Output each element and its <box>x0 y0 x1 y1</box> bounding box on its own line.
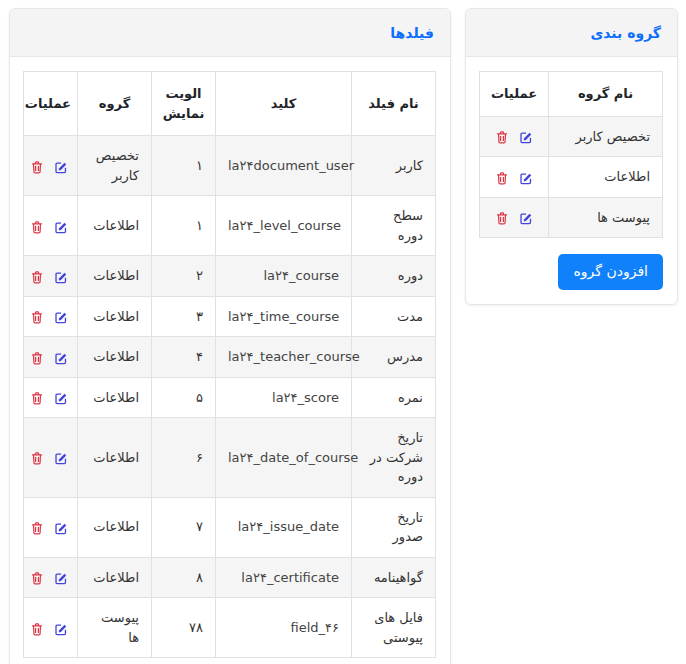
field-group-column-header: گروه <box>78 72 152 136</box>
edit-group-button[interactable] <box>519 211 533 225</box>
delete-field-button[interactable] <box>30 219 44 233</box>
field-actions-column-header: عملیات <box>24 72 78 136</box>
trash-icon <box>30 451 44 465</box>
edit-field-button[interactable] <box>54 219 68 233</box>
field-name-cell: مدت <box>352 296 436 337</box>
delete-field-button[interactable] <box>30 310 44 324</box>
edit-icon <box>519 171 533 185</box>
field-actions-cell <box>24 497 78 557</box>
field-row: مدت la۲۴_time_course ۳ اطلاعات <box>24 296 436 337</box>
field-priority-cell: ۱ <box>152 196 216 256</box>
delete-field-button[interactable] <box>30 571 44 585</box>
edit-field-button[interactable] <box>54 571 68 585</box>
field-row: مدرس la۲۴_teacher_course ۴ اطلاعات <box>24 337 436 378</box>
edit-icon <box>54 571 68 585</box>
edit-icon <box>54 310 68 324</box>
delete-field-button[interactable] <box>30 621 44 635</box>
trash-icon <box>30 270 44 284</box>
fields-panel-header: فیلدها <box>10 9 450 57</box>
delete-group-button[interactable] <box>495 130 509 144</box>
fields-table: نام فیلد کلید الویت نمایش گروه عملیات کا… <box>23 71 436 658</box>
group-actions-cell <box>480 116 549 157</box>
group-name-column-header: نام گروه <box>549 72 663 117</box>
field-group-cell: تخصیص کاربر <box>78 136 152 196</box>
field-actions-cell <box>24 296 78 337</box>
trash-icon <box>30 391 44 405</box>
fields-panel-body: نام فیلد کلید الویت نمایش گروه عملیات کا… <box>10 57 450 664</box>
delete-field-button[interactable] <box>30 451 44 465</box>
field-key-cell: field_۴۶ <box>216 598 352 658</box>
field-actions-cell <box>24 337 78 378</box>
delete-field-button[interactable] <box>30 521 44 535</box>
delete-field-button[interactable] <box>30 391 44 405</box>
field-key-cell: la۲۴_issue_date <box>216 497 352 557</box>
field-key-cell: la۲۴_time_course <box>216 296 352 337</box>
edit-field-button[interactable] <box>54 159 68 173</box>
trash-icon <box>495 171 509 185</box>
edit-icon <box>519 130 533 144</box>
field-name-cell: سطح دوره <box>352 196 436 256</box>
trash-icon <box>30 160 44 174</box>
field-name-cell: نمره <box>352 377 436 418</box>
edit-field-button[interactable] <box>54 310 68 324</box>
edit-icon <box>54 391 68 405</box>
edit-icon <box>54 521 68 535</box>
edit-field-button[interactable] <box>54 451 68 465</box>
field-group-cell: پیوست ها <box>78 598 152 658</box>
delete-group-button[interactable] <box>495 170 509 184</box>
field-group-cell: اطلاعات <box>78 256 152 297</box>
trash-icon <box>30 310 44 324</box>
edit-icon <box>54 351 68 365</box>
edit-field-button[interactable] <box>54 391 68 405</box>
fields-table-header-row: نام فیلد کلید الویت نمایش گروه عملیات <box>24 72 436 136</box>
field-key-cell: la۲۴_score <box>216 377 352 418</box>
field-key-cell: la۲۴_course <box>216 256 352 297</box>
field-priority-cell: ۴ <box>152 337 216 378</box>
group-actions-column-header: عملیات <box>480 72 549 117</box>
field-priority-cell: ۷۸ <box>152 598 216 658</box>
field-group-cell: اطلاعات <box>78 497 152 557</box>
trash-icon <box>30 571 44 585</box>
page: گروه بندی نام گروه عملیات تخصیص کاربر <box>0 0 686 664</box>
field-actions-cell <box>24 557 78 598</box>
field-priority-column-header: الویت نمایش <box>152 72 216 136</box>
group-row: اطلاعات <box>480 157 663 198</box>
group-row: پیوست ها <box>480 197 663 238</box>
field-priority-cell: ۳ <box>152 296 216 337</box>
field-key-cell: la۲۴_date_of_course <box>216 418 352 498</box>
edit-field-button[interactable] <box>54 521 68 535</box>
add-group-button[interactable]: افزودن گروه <box>558 254 663 290</box>
field-actions-cell <box>24 196 78 256</box>
group-actions-cell <box>480 197 549 238</box>
field-row: دوره la۲۴_course ۲ اطلاعات <box>24 256 436 297</box>
edit-field-button[interactable] <box>54 350 68 364</box>
delete-field-button[interactable] <box>30 269 44 283</box>
field-group-cell: اطلاعات <box>78 337 152 378</box>
fields-button-row: افزودن فیلد <box>24 658 436 664</box>
trash-icon <box>30 622 44 636</box>
field-priority-cell: ۷ <box>152 497 216 557</box>
fields-panel: فیلدها نام فیلد کلید الویت نمایش گروه عم… <box>9 8 451 664</box>
field-group-cell: اطلاعات <box>78 196 152 256</box>
edit-group-button[interactable] <box>519 170 533 184</box>
field-priority-cell: ۲ <box>152 256 216 297</box>
delete-field-button[interactable] <box>30 159 44 173</box>
edit-field-button[interactable] <box>54 621 68 635</box>
edit-group-button[interactable] <box>519 130 533 144</box>
edit-icon <box>54 220 68 234</box>
field-row: سطح دوره la۲۴_level_course ۱ اطلاعات <box>24 196 436 256</box>
delete-group-button[interactable] <box>495 211 509 225</box>
field-name-column-header: نام فیلد <box>352 72 436 136</box>
field-row: گواهینامه la۲۴_certificate ۸ اطلاعات <box>24 557 436 598</box>
trash-icon <box>30 521 44 535</box>
delete-field-button[interactable] <box>30 350 44 364</box>
field-priority-cell: ۱ <box>152 136 216 196</box>
field-row: کاربر la۲۴document_user ۱ تخصیص کاربر <box>24 136 436 196</box>
field-name-cell: فایل های پیوستی <box>352 598 436 658</box>
edit-field-button[interactable] <box>54 269 68 283</box>
field-priority-cell: ۵ <box>152 377 216 418</box>
field-key-cell: la۲۴_level_course <box>216 196 352 256</box>
field-group-cell: اطلاعات <box>78 557 152 598</box>
field-name-cell: تاریخ صدور <box>352 497 436 557</box>
field-row: تاریخ صدور la۲۴_issue_date ۷ اطلاعات <box>24 497 436 557</box>
